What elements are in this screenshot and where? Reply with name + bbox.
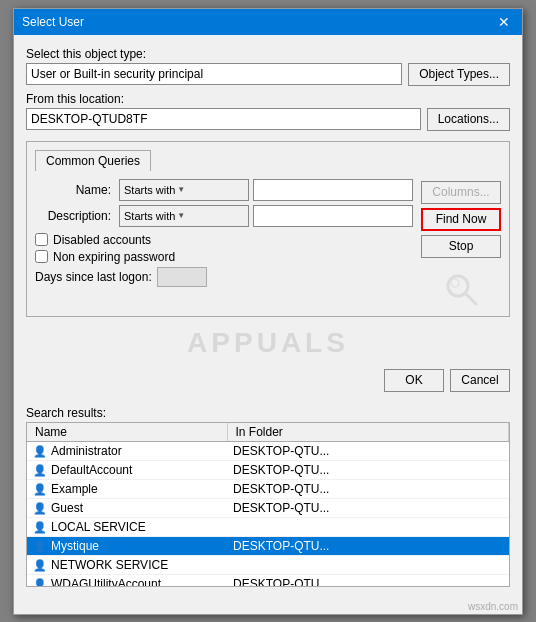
- name-row: Name: Starts with ▼: [35, 179, 413, 201]
- name-starts-with-value: Starts with: [124, 184, 175, 196]
- search-icon-area: [421, 270, 501, 308]
- object-type-input[interactable]: [26, 63, 402, 85]
- row-name-cell: 👤NETWORK SERVICE: [27, 555, 227, 574]
- results-scroll[interactable]: Name In Folder 👤AdministratorDESKTOP-QTU…: [26, 422, 510, 587]
- select-user-dialog: Select User ✕ Select this object type: O…: [13, 8, 523, 615]
- ok-cancel-row: OK Cancel: [26, 369, 510, 396]
- desc-starts-with-select[interactable]: Starts with ▼: [119, 205, 249, 227]
- user-icon: 👤: [33, 559, 47, 571]
- search-results-label: Search results:: [26, 402, 510, 422]
- row-folder-cell: DESKTOP-QTU...: [227, 479, 509, 498]
- queries-left: Name: Starts with ▼ Description: Starts …: [35, 179, 413, 308]
- desc-value-input[interactable]: [253, 205, 413, 227]
- queries-right-buttons: Columns... Find Now Stop: [421, 179, 501, 308]
- user-icon: 👤: [33, 578, 47, 587]
- stop-button[interactable]: Stop: [421, 235, 501, 258]
- location-input[interactable]: [26, 108, 421, 130]
- object-types-button[interactable]: Object Types...: [408, 63, 510, 86]
- cancel-button[interactable]: Cancel: [450, 369, 510, 392]
- user-icon: 👤: [33, 445, 47, 457]
- col-name-header: Name: [27, 423, 227, 442]
- row-folder-cell: [227, 555, 509, 574]
- disabled-accounts-label: Disabled accounts: [53, 233, 151, 247]
- days-label: Days since last logon:: [35, 270, 152, 284]
- location-section: From this location: Locations...: [26, 92, 510, 131]
- close-button[interactable]: ✕: [494, 15, 514, 29]
- desc-label: Description:: [35, 209, 115, 223]
- table-row[interactable]: 👤MystiqueDESKTOP-QTU...: [27, 536, 509, 555]
- desc-row: Description: Starts with ▼: [35, 205, 413, 227]
- table-row[interactable]: 👤ExampleDESKTOP-QTU...: [27, 479, 509, 498]
- dialog-title: Select User: [22, 15, 84, 29]
- svg-point-2: [451, 279, 459, 287]
- name-dropdown-arrow: ▼: [177, 185, 185, 194]
- desc-starts-with-value: Starts with: [124, 210, 175, 222]
- days-input[interactable]: [157, 267, 207, 287]
- table-row[interactable]: 👤AdministratorDESKTOP-QTU...: [27, 441, 509, 460]
- disabled-accounts-row: Disabled accounts: [35, 233, 413, 247]
- object-type-section: Select this object type: Object Types...: [26, 47, 510, 86]
- user-icon: 👤: [33, 483, 47, 495]
- watermark-text: APPUALS: [26, 323, 510, 363]
- row-name-cell: 👤Guest: [27, 498, 227, 517]
- table-row[interactable]: 👤DefaultAccountDESKTOP-QTU...: [27, 460, 509, 479]
- results-header-row: Name In Folder: [27, 423, 509, 442]
- ok-button[interactable]: OK: [384, 369, 444, 392]
- row-folder-cell: DESKTOP-QTU...: [227, 441, 509, 460]
- name-label: Name:: [35, 183, 115, 197]
- location-row: Locations...: [26, 108, 510, 131]
- search-results-section: Search results: Name In Folder 👤Administ…: [26, 402, 510, 587]
- row-folder-cell: DESKTOP-QTU...: [227, 498, 509, 517]
- tab-row: Common Queries: [35, 150, 501, 171]
- common-queries-group: Common Queries Name: Starts with ▼: [26, 141, 510, 317]
- location-label: From this location:: [26, 92, 510, 106]
- name-starts-with-select[interactable]: Starts with ▼: [119, 179, 249, 201]
- results-table: Name In Folder 👤AdministratorDESKTOP-QTU…: [27, 423, 509, 587]
- days-row: Days since last logon:: [35, 267, 413, 287]
- user-icon: 👤: [33, 521, 47, 533]
- row-name-cell: 👤LOCAL SERVICE: [27, 517, 227, 536]
- table-row[interactable]: 👤NETWORK SERVICE: [27, 555, 509, 574]
- row-folder-cell: DESKTOP-QTU...: [227, 574, 509, 587]
- row-name-cell: 👤Administrator: [27, 441, 227, 460]
- disabled-accounts-checkbox[interactable]: [35, 233, 48, 246]
- row-name-cell: 👤DefaultAccount: [27, 460, 227, 479]
- row-folder-cell: [227, 517, 509, 536]
- locations-button[interactable]: Locations...: [427, 108, 510, 131]
- name-value-input[interactable]: [253, 179, 413, 201]
- table-row[interactable]: 👤GuestDESKTOP-QTU...: [27, 498, 509, 517]
- object-type-label: Select this object type:: [26, 47, 510, 61]
- table-row[interactable]: 👤WDAGUtilityAccountDESKTOP-QTU...: [27, 574, 509, 587]
- nonexpiring-checkbox[interactable]: [35, 250, 48, 263]
- dialog-body: Select this object type: Object Types...…: [14, 35, 522, 599]
- row-name-cell: 👤Example: [27, 479, 227, 498]
- row-name-cell: 👤WDAGUtilityAccount: [27, 574, 227, 587]
- columns-button[interactable]: Columns...: [421, 181, 501, 204]
- user-icon: 👤: [33, 540, 47, 552]
- desc-dropdown-arrow: ▼: [177, 211, 185, 220]
- table-row[interactable]: 👤LOCAL SERVICE: [27, 517, 509, 536]
- nonexpiring-label: Non expiring password: [53, 250, 175, 264]
- col-folder-header: In Folder: [227, 423, 509, 442]
- row-folder-cell: DESKTOP-QTU...: [227, 536, 509, 555]
- svg-line-1: [466, 294, 476, 304]
- title-bar: Select User ✕: [14, 9, 522, 35]
- search-decorative-icon: [442, 270, 480, 308]
- common-queries-tab[interactable]: Common Queries: [35, 150, 151, 171]
- row-folder-cell: DESKTOP-QTU...: [227, 460, 509, 479]
- user-icon: 👤: [33, 464, 47, 476]
- common-queries-area: Name: Starts with ▼ Description: Starts …: [35, 179, 501, 308]
- find-now-button[interactable]: Find Now: [421, 208, 501, 231]
- object-type-row: Object Types...: [26, 63, 510, 86]
- branding-label: wsxdn.com: [14, 599, 522, 614]
- user-icon: 👤: [33, 502, 47, 514]
- nonexpiring-row: Non expiring password: [35, 250, 413, 264]
- row-name-cell: 👤Mystique: [27, 536, 227, 555]
